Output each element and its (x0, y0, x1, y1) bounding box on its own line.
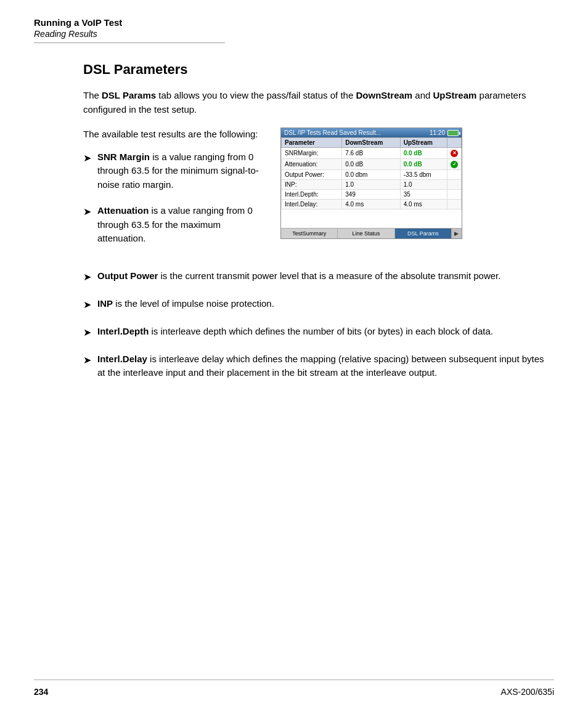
footer-rule (34, 680, 554, 680)
col-status (447, 138, 462, 148)
widget-titlebar: DSL /IP Tests Read Saved Result... 11:20 (281, 128, 462, 137)
val-snrmargin-ds: 7.6 dB (342, 148, 401, 159)
page-container: Running a VoIP Test Reading Results DSL … (0, 0, 588, 714)
snr-margin-term: SNR Margin (97, 152, 150, 162)
val-inp-ds: 1.0 (342, 180, 401, 190)
status-outputpower (447, 170, 462, 180)
bullet-attenuation: ➤ Attenuation is a value ranging from 0 … (83, 204, 268, 246)
widget-tabs: TestSummary Line Status DSL Params ▶ (281, 228, 462, 238)
param-attenuation: Attenuation: (282, 159, 342, 170)
table-header-row: Parameter DownStream UpStream (282, 138, 462, 148)
arrow-icon-2: ➤ (83, 205, 91, 219)
attenuation-text: Attenuation is a value ranging from 0 th… (97, 204, 268, 246)
output-power-term: Output Power (97, 270, 158, 281)
status-snrmargin: ✕ (447, 148, 462, 159)
inp-term: INP (97, 298, 113, 309)
section-title: DSL Parameters (83, 62, 554, 78)
val-snrmargin-us: 0.0 dB (400, 148, 447, 159)
left-column: The available test results are the follo… (83, 128, 268, 258)
widget-time: 11:20 (430, 129, 445, 136)
arrow-icon-3: ➤ (83, 270, 91, 285)
val-outputpower-ds: 0.0 dbm (342, 170, 401, 180)
val-interldelay-us: 4.0 ms (400, 200, 447, 209)
full-width-bullets: ➤ Output Power is the current transmit p… (83, 269, 554, 380)
table-row: Interl.Delay: 4.0 ms 4.0 ms (282, 200, 462, 209)
col-parameter: Parameter (282, 138, 342, 148)
table-row: Attenuation: 0.0 dB 0.0 dB ✓ (282, 159, 462, 170)
bullet-interl-depth: ➤ Interl.Depth is interleave depth which… (83, 325, 554, 340)
interl-depth-text: Interl.Depth is interleave depth which d… (97, 325, 493, 339)
table-row: Interl.Depth: 349 35 (282, 190, 462, 200)
widget-empty-area (281, 209, 462, 228)
header-subtitle: Reading Results (34, 29, 554, 39)
right-column: DSL /IP Tests Read Saved Result... 11:20… (280, 128, 465, 258)
arrow-icon-1: ➤ (83, 151, 91, 166)
tab-dslparams[interactable]: DSL Params (395, 229, 452, 238)
bullet-interl-delay: ➤ Interl.Delay is interleave delay which… (83, 352, 554, 380)
table-row: SNRMargin: 7.6 dB 0.0 dB ✕ (282, 148, 462, 159)
val-attenuation-us: 0.0 dB (400, 159, 447, 170)
header: Running a VoIP Test Reading Results (0, 0, 588, 43)
x-icon: ✕ (451, 150, 458, 157)
footer: 234 AXS-200/635i (34, 687, 554, 697)
val-interldepth-ds: 349 (342, 190, 401, 200)
param-outputpower: Output Power: (282, 170, 342, 180)
output-power-text: Output Power is the current transmit pow… (97, 269, 500, 283)
tab-testsummary[interactable]: TestSummary (281, 229, 338, 238)
val-interldepth-us: 35 (400, 190, 447, 200)
arrow-icon-6: ➤ (83, 353, 91, 368)
dsl-params-table: Parameter DownStream UpStream SNRMargin:… (281, 137, 462, 209)
status-interldepth (447, 190, 462, 200)
val-attenuation-ds: 0.0 dB (342, 159, 401, 170)
inp-text: INP is the level of impulse noise protec… (97, 297, 274, 311)
param-inp: INP: (282, 180, 342, 190)
bullet-snr-margin: ➤ SNR Margin is a value ranging from 0 t… (83, 150, 268, 192)
val-interldelay-ds: 4.0 ms (342, 200, 401, 209)
snr-margin-text: SNR Margin is a value ranging from 0 thr… (97, 150, 268, 192)
val-inp-us: 1.0 (400, 180, 447, 190)
table-row: Output Power: 0.0 dbm -33.5 dbm (282, 170, 462, 180)
dsl-screenshot-widget: DSL /IP Tests Read Saved Result... 11:20… (280, 128, 462, 239)
page-number: 234 (34, 687, 48, 697)
check-icon: ✓ (451, 161, 458, 168)
status-interldelay (447, 200, 462, 209)
battery-icon (447, 130, 459, 136)
tab-linestatus[interactable]: Line Status (338, 229, 394, 238)
interl-delay-text: Interl.Delay is interleave delay which d… (97, 352, 554, 380)
two-col-layout: The available test results are the follo… (83, 128, 554, 258)
interl-depth-term: Interl.Depth (97, 326, 149, 336)
param-interldelay: Interl.Delay: (282, 200, 342, 209)
intro-paragraph: The DSL Params tab allows you to view th… (83, 89, 554, 116)
widget-title-text: DSL /IP Tests Read Saved Result... (284, 129, 381, 136)
param-interldepth: Interl.Depth: (282, 190, 342, 200)
table-row: INP: 1.0 1.0 (282, 180, 462, 190)
downstream-bold: DownStream (356, 90, 412, 100)
status-inp (447, 180, 462, 190)
bullet-inp: ➤ INP is the level of impulse noise prot… (83, 297, 554, 312)
main-content: DSL Parameters The DSL Params tab allows… (0, 43, 588, 380)
arrow-icon-4: ➤ (83, 298, 91, 312)
tab-scroll-arrow[interactable]: ▶ (452, 229, 462, 238)
header-title: Running a VoIP Test (34, 17, 554, 28)
bullet-output-power: ➤ Output Power is the current transmit p… (83, 269, 554, 285)
arrow-icon-5: ➤ (83, 325, 91, 340)
col-downstream: DownStream (342, 138, 401, 148)
widget-titlebar-right: 11:20 (430, 129, 459, 136)
available-text: The available test results are the follo… (83, 128, 268, 142)
interl-delay-term: Interl.Delay (97, 354, 147, 364)
product-name: AXS-200/635i (501, 687, 554, 697)
dsl-params-bold: DSL Params (102, 90, 156, 100)
upstream-bold: UpStream (433, 90, 477, 100)
attenuation-term: Attenuation (97, 205, 149, 216)
status-attenuation: ✓ (447, 159, 462, 170)
col-upstream: UpStream (400, 138, 447, 148)
val-outputpower-us: -33.5 dbm (400, 170, 447, 180)
param-snrmargin: SNRMargin: (282, 148, 342, 159)
